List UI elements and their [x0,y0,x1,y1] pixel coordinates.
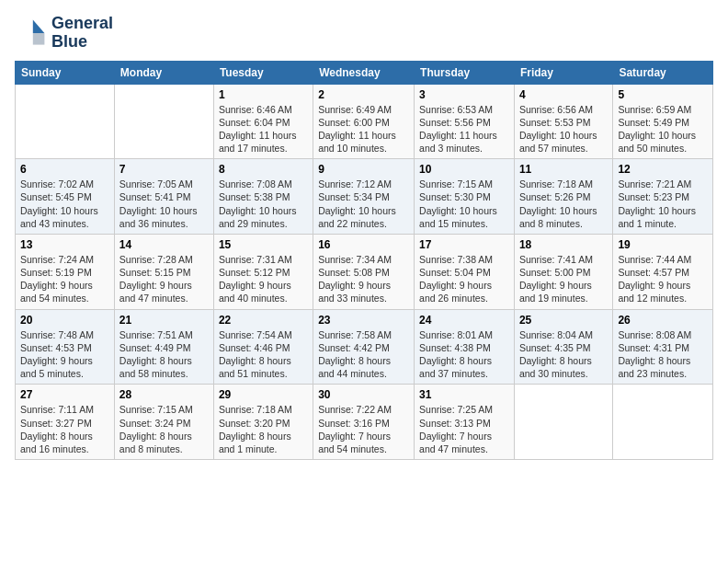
day-number: 12 [618,163,708,176]
day-number: 16 [318,238,409,251]
calendar-day-cell: 28Sunrise: 7:15 AM Sunset: 3:24 PM Dayli… [114,385,213,460]
calendar-day-cell: 24Sunrise: 8:01 AM Sunset: 4:38 PM Dayli… [415,309,515,385]
calendar-day-cell: 3Sunrise: 6:53 AM Sunset: 5:56 PM Daylig… [415,84,515,159]
calendar-week-row: 6Sunrise: 7:02 AM Sunset: 5:45 PM Daylig… [16,159,713,235]
calendar-day-cell: 15Sunrise: 7:31 AM Sunset: 5:12 PM Dayli… [213,234,313,309]
day-info: Sunrise: 8:08 AM Sunset: 4:31 PM Dayligh… [618,328,708,381]
day-info: Sunrise: 7:58 AM Sunset: 4:42 PM Dayligh… [318,328,409,381]
day-number: 31 [419,388,509,401]
day-info: Sunrise: 6:53 AM Sunset: 5:56 PM Dayligh… [419,103,509,155]
calendar-day-cell: 21Sunrise: 7:51 AM Sunset: 4:49 PM Dayli… [114,309,213,385]
day-number: 24 [419,314,509,327]
day-number: 5 [618,88,708,101]
calendar-week-row: 27Sunrise: 7:11 AM Sunset: 3:27 PM Dayli… [16,385,713,460]
day-number: 22 [219,314,308,327]
calendar-day-cell: 4Sunrise: 6:56 AM Sunset: 5:53 PM Daylig… [514,84,612,159]
day-info: Sunrise: 6:59 AM Sunset: 5:49 PM Dayligh… [618,103,708,155]
calendar-day-cell: 14Sunrise: 7:28 AM Sunset: 5:15 PM Dayli… [114,234,213,309]
day-info: Sunrise: 7:21 AM Sunset: 5:23 PM Dayligh… [618,178,708,230]
calendar-day-cell: 5Sunrise: 6:59 AM Sunset: 5:49 PM Daylig… [613,84,713,159]
day-number: 25 [519,314,608,327]
calendar-day-cell: 11Sunrise: 7:18 AM Sunset: 5:26 PM Dayli… [514,159,612,235]
day-info: Sunrise: 7:38 AM Sunset: 5:04 PM Dayligh… [419,253,509,305]
calendar-day-cell: 9Sunrise: 7:12 AM Sunset: 5:34 PM Daylig… [313,159,415,235]
calendar-day-cell [514,385,612,460]
weekday-header-cell: Saturday [613,61,713,84]
calendar-day-cell: 20Sunrise: 7:48 AM Sunset: 4:53 PM Dayli… [16,309,115,385]
calendar-day-cell: 17Sunrise: 7:38 AM Sunset: 5:04 PM Dayli… [415,234,515,309]
day-number: 27 [20,388,109,401]
calendar-week-row: 20Sunrise: 7:48 AM Sunset: 4:53 PM Dayli… [16,309,713,385]
calendar-day-cell: 7Sunrise: 7:05 AM Sunset: 5:41 PM Daylig… [114,159,213,235]
logo-text: General Blue [51,15,113,52]
day-info: Sunrise: 7:12 AM Sunset: 5:34 PM Dayligh… [318,178,409,230]
calendar-day-cell: 10Sunrise: 7:15 AM Sunset: 5:30 PM Dayli… [415,159,515,235]
weekday-header-row: SundayMondayTuesdayWednesdayThursdayFrid… [16,61,713,84]
day-number: 21 [119,314,209,327]
day-number: 1 [219,88,308,101]
day-number: 10 [419,163,509,176]
calendar-day-cell: 30Sunrise: 7:22 AM Sunset: 3:16 PM Dayli… [313,385,415,460]
weekday-header-cell: Monday [114,61,213,84]
svg-marker-0 [33,19,45,32]
calendar-day-cell: 16Sunrise: 7:34 AM Sunset: 5:08 PM Dayli… [313,234,415,309]
day-number: 20 [20,314,109,327]
day-number: 6 [20,163,109,176]
day-info: Sunrise: 8:04 AM Sunset: 4:35 PM Dayligh… [519,328,608,381]
calendar-day-cell: 26Sunrise: 8:08 AM Sunset: 4:31 PM Dayli… [613,309,713,385]
calendar-day-cell: 19Sunrise: 7:44 AM Sunset: 4:57 PM Dayli… [613,234,713,309]
day-info: Sunrise: 6:56 AM Sunset: 5:53 PM Dayligh… [519,103,608,155]
calendar-day-cell: 29Sunrise: 7:18 AM Sunset: 3:20 PM Dayli… [213,385,313,460]
day-number: 23 [318,314,409,327]
day-info: Sunrise: 7:15 AM Sunset: 5:30 PM Dayligh… [419,178,509,230]
calendar-week-row: 13Sunrise: 7:24 AM Sunset: 5:19 PM Dayli… [16,234,713,309]
day-info: Sunrise: 7:51 AM Sunset: 4:49 PM Dayligh… [119,328,209,381]
day-number: 14 [119,238,209,251]
weekday-header-cell: Wednesday [313,61,415,84]
day-info: Sunrise: 7:41 AM Sunset: 5:00 PM Dayligh… [519,253,608,305]
weekday-header-cell: Thursday [415,61,515,84]
day-info: Sunrise: 7:18 AM Sunset: 5:26 PM Dayligh… [519,178,608,230]
day-info: Sunrise: 6:46 AM Sunset: 6:04 PM Dayligh… [219,103,308,155]
day-number: 29 [219,388,308,401]
day-number: 30 [318,388,409,401]
calendar-day-cell: 18Sunrise: 7:41 AM Sunset: 5:00 PM Dayli… [514,234,612,309]
day-number: 9 [318,163,409,176]
weekday-header-cell: Tuesday [213,61,313,84]
day-info: Sunrise: 7:34 AM Sunset: 5:08 PM Dayligh… [318,253,409,305]
calendar-day-cell: 1Sunrise: 6:46 AM Sunset: 6:04 PM Daylig… [213,84,313,159]
day-info: Sunrise: 6:49 AM Sunset: 6:00 PM Dayligh… [318,103,409,155]
day-info: Sunrise: 7:48 AM Sunset: 4:53 PM Dayligh… [20,328,109,381]
day-number: 2 [318,88,409,101]
svg-marker-1 [33,33,45,45]
day-info: Sunrise: 7:08 AM Sunset: 5:38 PM Dayligh… [219,178,308,230]
calendar-day-cell: 13Sunrise: 7:24 AM Sunset: 5:19 PM Dayli… [16,234,115,309]
day-number: 19 [618,238,708,251]
day-number: 17 [419,238,509,251]
day-info: Sunrise: 7:24 AM Sunset: 5:19 PM Dayligh… [20,253,109,305]
day-number: 3 [419,88,509,101]
calendar-table: SundayMondayTuesdayWednesdayThursdayFrid… [15,61,713,460]
page-header: General Blue [15,15,713,52]
calendar-week-row: 1Sunrise: 6:46 AM Sunset: 6:04 PM Daylig… [16,84,713,159]
day-info: Sunrise: 7:22 AM Sunset: 3:16 PM Dayligh… [318,403,409,455]
day-info: Sunrise: 7:11 AM Sunset: 3:27 PM Dayligh… [20,403,109,455]
day-info: Sunrise: 7:54 AM Sunset: 4:46 PM Dayligh… [219,328,308,381]
weekday-header-cell: Friday [514,61,612,84]
day-number: 26 [618,314,708,327]
day-info: Sunrise: 7:44 AM Sunset: 4:57 PM Dayligh… [618,253,708,305]
calendar-day-cell: 23Sunrise: 7:58 AM Sunset: 4:42 PM Dayli… [313,309,415,385]
day-info: Sunrise: 7:18 AM Sunset: 3:20 PM Dayligh… [219,403,308,455]
calendar-body: 1Sunrise: 6:46 AM Sunset: 6:04 PM Daylig… [16,84,713,459]
day-number: 11 [519,163,608,176]
day-number: 28 [119,388,209,401]
day-info: Sunrise: 7:28 AM Sunset: 5:15 PM Dayligh… [119,253,209,305]
day-number: 8 [219,163,308,176]
calendar-day-cell: 12Sunrise: 7:21 AM Sunset: 5:23 PM Dayli… [613,159,713,235]
calendar-day-cell [16,84,115,159]
day-info: Sunrise: 8:01 AM Sunset: 4:38 PM Dayligh… [419,328,509,381]
day-info: Sunrise: 7:15 AM Sunset: 3:24 PM Dayligh… [119,403,209,455]
day-number: 4 [519,88,608,101]
day-info: Sunrise: 7:31 AM Sunset: 5:12 PM Dayligh… [219,253,308,305]
calendar-day-cell: 31Sunrise: 7:25 AM Sunset: 3:13 PM Dayli… [415,385,515,460]
